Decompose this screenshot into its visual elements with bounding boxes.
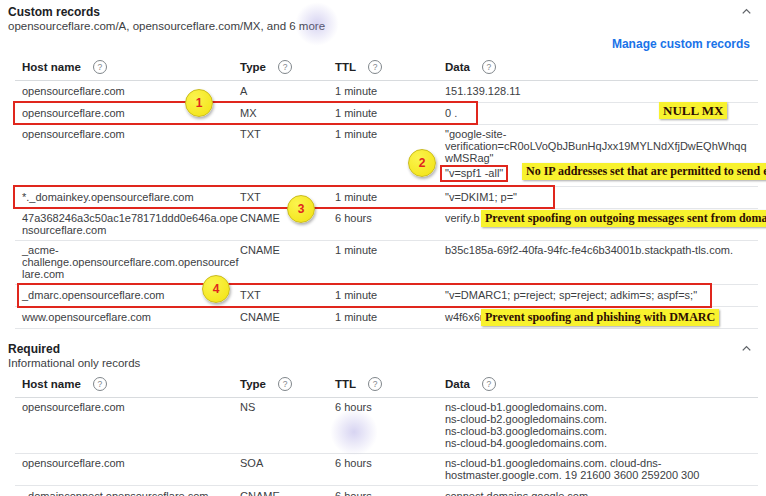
annotation-highlight-null-mx: NULL MX [659, 102, 727, 119]
chevron-up-icon[interactable] [739, 4, 754, 21]
table-row: 47a368246a3c50ac1e78171ddd0e646a.opensou… [15, 209, 758, 241]
chevron-up-icon[interactable] [739, 341, 754, 358]
section-title: Custom records [8, 5, 758, 19]
ttl-cell: 6 hours [335, 490, 445, 496]
table-row: 1 NULL MX opensourceflare.com MX 1 minut… [15, 103, 758, 125]
host-cell: *._domainkey.opensourceflare.com [15, 191, 240, 204]
ttl-cell: 1 minute [335, 107, 445, 120]
required-records-section: Required Informational only records Host… [0, 337, 766, 496]
type-cell: MX [240, 107, 335, 120]
type-cell: NS [240, 401, 335, 414]
data-cell: "google-site-verification=cR0oLVoQbJBunH… [445, 128, 747, 164]
table-row: _acme-challenge.opensourceflare.com.open… [15, 241, 758, 285]
type-cell: SOA [240, 457, 335, 470]
host-cell: opensourceflare.com [15, 401, 240, 413]
host-cell: _domainconnect.opensourceflare.com [15, 490, 240, 496]
required-records-header: Required Informational only records [0, 337, 766, 370]
help-icon[interactable]: ? [93, 377, 107, 391]
ttl-cell: 6 hours [335, 457, 445, 470]
annotation-highlight-dmarc: Prevent spoofing and phishing with DMARC [481, 309, 719, 326]
ttl-cell: 6 hours [335, 401, 445, 414]
annotation-marker-3: 3 [287, 195, 315, 223]
host-cell: _acme-challenge.opensourceflare.com.open… [15, 244, 240, 280]
host-cell: www.opensourceflare.com [15, 311, 240, 324]
table-row: opensourceflare.com NS 6 hours ns-cloud-… [15, 398, 758, 454]
col-data: Data [445, 61, 470, 73]
data-cell: 151.139.128.11 [445, 85, 747, 98]
col-ttl: TTL [335, 378, 356, 390]
data-cell: ns-cloud-b2.googledomains.com. [445, 413, 747, 425]
annotation-highlight-dkim: Prevent spoofing on outgoing messages se… [481, 210, 766, 227]
required-records-table: Host name? Type? TTL? Data? opensourcefl… [15, 372, 758, 496]
data-cell-spf: "v=spf1 -all" [440, 165, 508, 182]
type-cell: CNAME [240, 311, 335, 324]
data-cell: ns-cloud-b4.googledomains.com. [445, 437, 747, 449]
ttl-cell: 1 minute [335, 244, 445, 257]
ttl-cell: 1 minute [335, 311, 445, 324]
col-data: Data [445, 378, 470, 390]
data-cell: b35c185a-69f2-40fa-94fc-fe4c6b34001b.sta… [445, 244, 747, 256]
manage-custom-records-link[interactable]: Manage custom records [612, 37, 750, 51]
table-row: _domainconnect.opensourceflare.com CNAME… [15, 486, 758, 496]
col-host-name: Host name [22, 61, 81, 73]
host-cell: opensourceflare.com [15, 128, 240, 140]
table-row: 4 _dmarc.opensourceflare.com TXT 1 minut… [15, 285, 758, 307]
type-cell: TXT [240, 128, 335, 141]
data-cell: ns-cloud-b1.googledomains.com. [445, 401, 747, 413]
data-cell: "v=DKIM1; p=" [445, 191, 747, 204]
annotation-highlight-spf: No IP addresses set that are permitted t… [522, 163, 766, 180]
type-cell: CNAME [240, 244, 335, 257]
data-cell: ns-cloud-b1.googledomains.com. cloud-dns… [445, 457, 747, 481]
data-cell: connect.domains.google.com. [445, 490, 747, 496]
type-cell: CNAME [240, 490, 335, 496]
section-title: Required [8, 342, 758, 356]
help-icon[interactable]: ? [278, 377, 292, 391]
col-host-name: Host name [22, 378, 81, 390]
custom-records-header: Custom records opensourceflare.com/A, op… [0, 0, 766, 33]
data-cell: verify.b [445, 212, 480, 224]
help-icon[interactable]: ? [482, 377, 496, 391]
ttl-cell: 1 minute [335, 85, 445, 98]
type-cell: TXT [240, 289, 335, 302]
table-header-row: Host name? Type? TTL? Data? [15, 372, 758, 398]
table-row: www.opensourceflare.com CNAME 1 minute w… [15, 307, 758, 329]
host-cell: 47a368246a3c50ac1e78171ddd0e646a.opensou… [15, 212, 240, 236]
annotation-marker-1: 1 [185, 89, 213, 117]
help-icon[interactable]: ? [278, 60, 292, 74]
type-cell: A [240, 85, 335, 98]
help-icon[interactable]: ? [93, 60, 107, 74]
col-ttl: TTL [335, 61, 356, 73]
help-icon[interactable]: ? [482, 60, 496, 74]
data-cell: ns-cloud-b3.googledomains.com. [445, 425, 747, 437]
ttl-cell: 1 minute [335, 128, 445, 141]
data-cell: "v=DMARC1; p=reject; sp=reject; adkim=s;… [445, 289, 747, 302]
table-row: opensourceflare.com SOA 6 hours ns-cloud… [15, 454, 758, 486]
table-row: 3 *._domainkey.opensourceflare.com TXT 1… [15, 187, 758, 209]
col-type: Type [240, 61, 266, 73]
section-subtitle: Informational only records [8, 356, 758, 370]
annotation-marker-4: 4 [202, 275, 230, 303]
ttl-cell: 1 minute [335, 289, 445, 302]
host-cell: opensourceflare.com [15, 457, 240, 469]
help-icon[interactable]: ? [368, 377, 382, 391]
dns-records-page: Custom records opensourceflare.com/A, op… [0, 0, 766, 496]
table-row: opensourceflare.com A 1 minute 151.139.1… [15, 81, 758, 103]
table-row: opensourceflare.com TXT 1 minute "google… [15, 125, 758, 187]
annotation-marker-2: 2 [408, 149, 436, 177]
custom-records-section: Custom records opensourceflare.com/A, op… [0, 0, 766, 329]
ttl-cell: 1 minute [335, 191, 445, 204]
help-icon[interactable]: ? [368, 60, 382, 74]
table-header-row: Host name? Type? TTL? Data? [15, 55, 758, 81]
ttl-cell: 6 hours [335, 212, 445, 225]
section-subtitle: opensourceflare.com/A, opensourceflare.c… [8, 19, 758, 33]
custom-records-table: Host name? Type? TTL? Data? opensourcefl… [15, 55, 758, 329]
col-type: Type [240, 378, 266, 390]
